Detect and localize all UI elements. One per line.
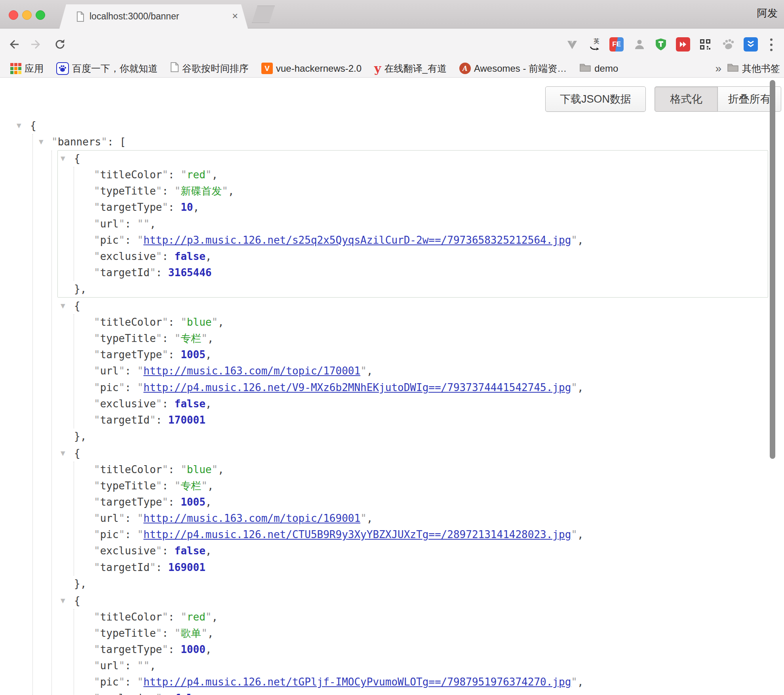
json-token: :	[125, 529, 137, 540]
page-icon	[170, 62, 179, 75]
fast-forward-icon[interactable]	[676, 37, 690, 52]
collapse-toggle-icon[interactable]: ▼	[61, 298, 65, 314]
quote: "	[94, 185, 100, 197]
json-value-number: 1005	[181, 349, 206, 361]
bookmark-youdao[interactable]: y 在线翻译_有道	[374, 62, 447, 75]
bookmark-folder-demo[interactable]: demo	[579, 63, 618, 74]
json-field-line: "targetId": 169001	[58, 559, 768, 576]
green-shield-icon[interactable]	[654, 37, 668, 52]
bookmark-vue-hackernews[interactable]: V vue-hackernews-2.0	[261, 63, 362, 74]
quote: "	[137, 365, 144, 377]
collapse-toggle-icon[interactable]: ▼	[61, 593, 65, 609]
quote: "	[119, 365, 125, 377]
json-token: :	[162, 545, 174, 557]
quote: "	[137, 382, 144, 393]
json-link[interactable]: http://music.163.com/m/topic/170001	[143, 365, 360, 377]
json-link[interactable]: http://music.163.com/m/topic/169001	[143, 512, 360, 524]
json-key: typeTitle	[100, 332, 156, 344]
quote: "	[181, 316, 187, 328]
quote: "	[94, 496, 100, 508]
json-value-number: 10	[181, 201, 193, 213]
window-minimize-button[interactable]	[22, 10, 32, 20]
json-field-line: "titleColor": "blue",	[58, 462, 768, 478]
paw-icon[interactable]	[721, 37, 736, 52]
quote: "	[206, 611, 212, 623]
quote: "	[94, 382, 100, 393]
tab-close-icon[interactable]: ×	[232, 4, 238, 29]
quote: "	[222, 185, 228, 197]
quote: "	[162, 316, 168, 328]
json-field-line: "titleColor": "red",	[58, 167, 768, 183]
profile-name[interactable]: 阿发	[757, 0, 778, 29]
reload-button-icon[interactable]	[54, 38, 67, 51]
bookmark-google-sort[interactable]: 谷歌按时间排序	[170, 62, 249, 75]
quote: "	[156, 692, 162, 695]
quote: "	[360, 365, 367, 377]
json-link[interactable]: http://p4.music.126.net/tGPljf-IMOCyPvum…	[143, 676, 571, 688]
quote: "	[201, 627, 207, 639]
json-token: :	[168, 316, 181, 328]
user-silhouette-icon[interactable]	[632, 37, 647, 52]
json-key: pic	[100, 676, 119, 688]
json-token: :	[168, 611, 181, 623]
new-tab-button[interactable]	[252, 6, 275, 23]
json-token: :	[125, 218, 137, 230]
collapse-toggle-icon[interactable]: ▼	[61, 151, 65, 167]
vue-devtools-icon[interactable]	[565, 37, 579, 52]
translate-icon[interactable]: 英	[587, 37, 601, 52]
quote: "	[94, 398, 100, 410]
qr-code-icon[interactable]	[698, 37, 712, 52]
collapse-toggle-icon[interactable]: ▼	[39, 134, 44, 150]
quote: "	[162, 201, 168, 213]
bookmark-awesomes[interactable]: A Awesomes - 前端资…	[459, 62, 567, 75]
json-token: ,	[206, 349, 212, 361]
json-field-line: "url": "",	[58, 658, 768, 674]
window-close-button[interactable]	[9, 10, 18, 20]
window-zoom-button[interactable]	[36, 10, 45, 20]
blue-double-chevron-icon[interactable]	[744, 37, 758, 52]
quote: "	[94, 365, 100, 377]
bookmark-baidu[interactable]: 百度一下，你就知道	[56, 62, 158, 75]
format-button[interactable]: 格式化	[655, 86, 718, 112]
quote: "	[156, 480, 162, 492]
collapse-toggle-icon[interactable]: ▼	[61, 445, 65, 462]
bookmark-folder-others[interactable]: 其他书签	[727, 62, 780, 75]
vue-icon: V	[261, 63, 273, 74]
youdao-icon: y	[374, 63, 381, 74]
json-field-line: "url": "http://music.163.com/m/topic/169…	[58, 510, 768, 527]
json-token: ,	[367, 365, 373, 377]
json-link[interactable]: http://p4.music.126.net/CTU5B9R9y3XyYBZX…	[143, 529, 571, 540]
quote: "	[150, 414, 156, 426]
bookmarks-overflow-icon[interactable]: »	[715, 62, 721, 75]
quote: "	[101, 136, 107, 148]
json-link[interactable]: http://p4.music.126.net/V9-MXz6b2MNhEKju…	[143, 382, 571, 393]
quote: "	[143, 218, 150, 230]
collapse-toggle-icon[interactable]: ▼	[17, 118, 21, 134]
chrome-menu-icon[interactable]	[770, 38, 773, 54]
json-array-open: ▼"banners": [	[0, 134, 784, 150]
quote: "	[137, 676, 144, 688]
download-json-button[interactable]: 下载JSON数据	[545, 86, 646, 112]
vertical-scrollbar[interactable]	[770, 80, 775, 459]
json-token: :	[162, 250, 174, 262]
json-value-number: 3165446	[168, 267, 212, 279]
quote: "	[162, 611, 168, 623]
fe-helper-icon[interactable]: FE	[609, 37, 624, 52]
quote: "	[175, 480, 181, 492]
json-field-line: "url": "http://music.163.com/m/topic/170…	[58, 363, 768, 379]
quote: "	[571, 382, 577, 393]
quote: "	[94, 660, 100, 672]
forward-button-icon[interactable]	[29, 38, 42, 51]
json-link[interactable]: http://p3.music.126.net/s25q2x5QyqsAzilC…	[143, 234, 571, 246]
bookmark-label: demo	[594, 63, 618, 74]
quote: "	[162, 496, 168, 508]
back-button-icon[interactable]	[8, 38, 21, 51]
bookmark-apps[interactable]: 应用	[10, 62, 44, 75]
browser-tab[interactable]: localhost:3000/banner ×	[59, 4, 248, 29]
quote: "	[119, 512, 125, 524]
json-field-line: "typeTitle": "歌单",	[58, 625, 768, 642]
quote: "	[94, 332, 100, 344]
json-value-boolean: false	[175, 250, 206, 262]
quote: "	[175, 185, 181, 197]
json-token: },	[74, 578, 86, 590]
